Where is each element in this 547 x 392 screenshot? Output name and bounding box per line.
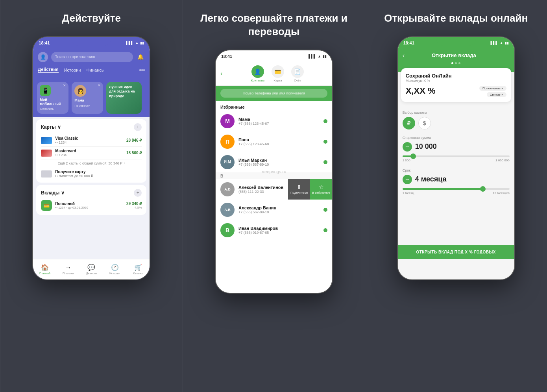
close-icon-1[interactable]: ✕ [63, 83, 66, 87]
action-mobile[interactable]: ✕ 📱 Мой мобильный Оплатить [37, 82, 68, 114]
amount-dots-icon[interactable]: ••• [403, 142, 412, 152]
more-icon[interactable]: ••• [139, 67, 145, 73]
share-button[interactable]: ⬆ Поделиться [288, 179, 310, 200]
nav-home[interactable]: 🏠 Главный [33, 259, 56, 279]
get-card[interactable]: Получите карту С лимитом до 50 000 ₽ [41, 167, 142, 179]
phone2-time: 18:41 [221, 54, 232, 59]
ilya-info: Илья Маркин +7 (555) 567-89-10 [238, 158, 320, 166]
mama-avatar: 👩 [74, 85, 86, 97]
deposits-header: Вклады ∨ + [41, 189, 142, 197]
visa-icon [41, 137, 52, 144]
nav-payments[interactable]: → Платежи [57, 259, 80, 279]
card-visa-number: •• 1234 [55, 141, 78, 144]
card-icon-tab: 💳 [272, 65, 284, 78]
papa-name: Папа [238, 137, 320, 142]
card-visa[interactable]: Visa Classic •• 1234 28 846 ₽ [41, 134, 142, 147]
deposit1-detail: •• 1234 · до 03.01.2020 [55, 206, 123, 209]
contact-alexey[interactable]: А.В Алексей Валентинов (555) 111-22-33 ⬆… [216, 179, 332, 200]
mc-icon [41, 150, 52, 157]
contact-ilya[interactable]: И.М Илья Маркин +7 (555) 567-89-10 [216, 152, 332, 172]
action-mama[interactable]: ✕ 👩 Мама Перевести [72, 82, 103, 114]
tab-account[interactable]: 📄 Счёт [291, 65, 304, 82]
close-icon-2[interactable]: ✕ [98, 83, 101, 87]
term-value: 4 месяца [415, 175, 447, 183]
deposit-card-white: Сохраняй ОнЛайн Максимум Х % Х,ХХ % Попо… [401, 68, 511, 102]
home-icon: 🏠 [41, 264, 49, 271]
chat-icon: 💬 [87, 264, 95, 271]
open-deposit-button[interactable]: ОТКРЫТЬ ВКЛАД ПОД Х % ГОДОВЫХ [398, 245, 514, 259]
nav-chat-label: Диалоги [86, 272, 97, 275]
deposit-open-nav: ‹ Открытие вклада [403, 52, 510, 59]
phone1-body: 👤 Поиск по приложению 🔔 Действия Истории… [33, 49, 150, 279]
get-card-sub: С лимитом до 50 000 ₽ [55, 174, 93, 178]
back-button[interactable]: ‹ [220, 70, 222, 77]
favorite-button[interactable]: ☆ В избранное [310, 179, 332, 200]
slider-thumb-1[interactable] [410, 153, 416, 159]
amount-min: 1 000 [403, 159, 410, 162]
tab-finance[interactable]: Финансы [87, 68, 105, 72]
option2-text: Снятие × [490, 93, 503, 96]
mama-phone: +7 (555) 123-45-67 [238, 122, 320, 126]
amount-slider[interactable] [403, 155, 510, 157]
alexey-avatar: А.В [220, 182, 235, 196]
phone1-notch: 18:41 ▌▌▌ ▲ ▮▮ [33, 37, 150, 49]
search-recipient-bar[interactable]: Номер телефона или имя получателя [216, 86, 332, 101]
dot-2 [455, 62, 457, 64]
deposit-item-1[interactable]: 💳 Пополняй •• 1234 · до 03.01.2020 29 34… [41, 200, 142, 211]
slider-thumb-2[interactable] [480, 186, 486, 192]
contact-alexander[interactable]: А.В Александр Ванин +7 (555) 567-89-10 [216, 200, 332, 220]
usd-button[interactable]: $ [418, 117, 431, 129]
add-card-button[interactable]: + [134, 123, 142, 131]
bell-icon[interactable]: 🔔 [136, 53, 145, 61]
nav-history[interactable]: 🕐 История [103, 259, 126, 279]
card-mc-info: Mastercard •• 1234 [55, 149, 76, 157]
nav-chat[interactable]: 💬 Диалоги [80, 259, 103, 279]
share-icon: ⬆ [297, 184, 301, 190]
deposit-options: Пополнение × Снятие × [479, 86, 506, 97]
contacts-icon: 👤 [251, 65, 264, 78]
action3-text: Лучшие идеи для отдыха на природе [109, 85, 139, 99]
term-slider-container: 1 месяц 12 месяцев [398, 188, 514, 195]
contact-mama[interactable]: М Мама +7 (555) 123-45-67 [216, 111, 332, 131]
deposit-option-1[interactable]: Пополнение × [479, 86, 506, 91]
term-dots-icon[interactable]: ••• [403, 175, 412, 184]
term-slider-labels: 1 месяц 12 месяцев [403, 191, 510, 195]
contact-papa[interactable]: П Папа +7 (555) 123-45-68 [216, 131, 332, 152]
tab-history[interactable]: Истории [64, 68, 81, 72]
action1-sub: Оплатить [40, 107, 66, 111]
phone3-notch-center [436, 37, 476, 46]
phone3-notch: 18:41 ▌▌▌ ▲ ▮▮ [398, 37, 514, 49]
signal-icon: ▌▌▌ [126, 41, 133, 45]
nav-catalog-label: Каталог [133, 272, 143, 275]
add-deposit-button[interactable]: + [134, 189, 142, 197]
signal-icon-2: ▌▌▌ [309, 54, 316, 58]
term-max: 12 месяцев [493, 191, 510, 195]
phone-3: 18:41 ▌▌▌ ▲ ▮▮ ‹ Открытие вклада Сохр [397, 36, 515, 280]
recipient-input[interactable]: Номер телефона или имя получателя [220, 89, 327, 98]
phone2-notch-center [254, 50, 294, 59]
ivan-status [323, 228, 327, 232]
rub-button[interactable]: ₽ [403, 117, 415, 129]
phone-1: 18:41 ▌▌▌ ▲ ▮▮ 👤 Поиск по приложению 🔔 [32, 36, 150, 280]
amount-slider-labels: 1 000 1 000 000 [403, 159, 510, 162]
card-mc[interactable]: Mastercard •• 1234 15 500 ₽ [41, 147, 142, 159]
deposit-option-2[interactable]: Снятие × [487, 92, 506, 97]
cards-more[interactable]: Ещё 2 карты с общей суммой: 30 346 ₽ › [41, 159, 142, 167]
term-slider[interactable] [403, 188, 510, 190]
deposit-open-title: Открытие вклада [405, 52, 503, 58]
term-row: ••• 4 месяца [403, 175, 510, 184]
panel1-title: Действуйте [62, 12, 121, 25]
tab-card[interactable]: 💳 Карта [272, 65, 284, 82]
nav-catalog[interactable]: 🛒 Каталог [126, 259, 150, 279]
tab-contacts[interactable]: 👤 Контакты [251, 65, 264, 82]
tab-actions[interactable]: Действия [38, 67, 58, 73]
contact-ivan[interactable]: В Иван Владимиров +7 (555) 019-87-65 [216, 220, 332, 240]
battery-icon: ▮▮ [140, 41, 144, 45]
user-avatar[interactable]: 👤 [38, 52, 48, 62]
catalog-icon: 🛒 [134, 264, 142, 271]
deposits-title-text: Вклады [41, 190, 59, 196]
card-mc-name: Mastercard [55, 149, 76, 153]
get-card-name: Получите карту [55, 170, 93, 174]
search-bar[interactable]: Поиск по приложению [51, 52, 133, 62]
action-nature[interactable]: Лучшие идеи для отдыха на природе [106, 82, 142, 114]
